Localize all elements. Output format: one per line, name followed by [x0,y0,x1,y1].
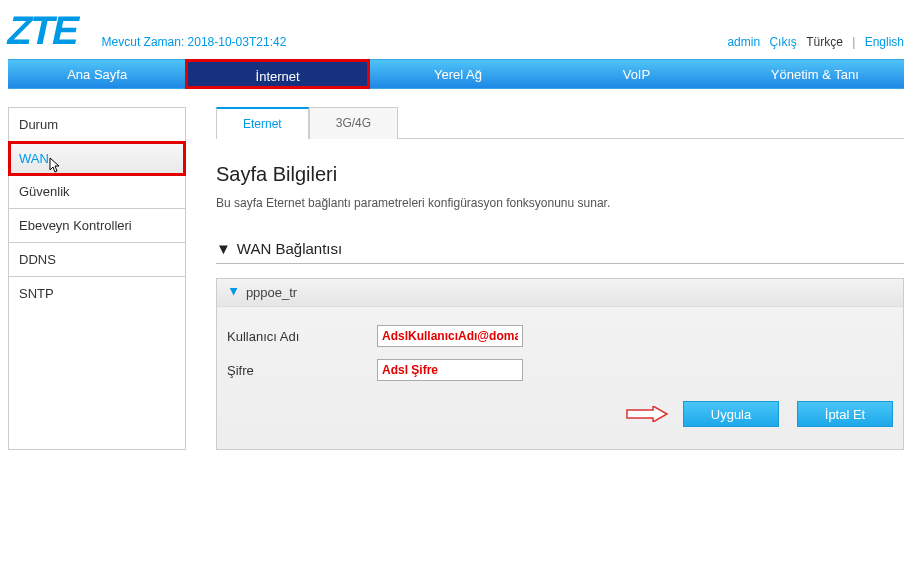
expand-icon: ▲ [227,285,240,300]
collapse-icon: ▼ [216,240,231,257]
connection-name: pppoe_tr [246,285,297,300]
cursor-icon [49,157,63,176]
logout-link[interactable]: Çıkış [769,35,796,49]
connection-header[interactable]: ▲pppoe_tr [217,279,903,307]
arrow-icon [625,406,669,422]
lang-en[interactable]: English [865,35,904,49]
nav-internet[interactable]: İnternet [185,59,369,89]
label-username: Kullanıcı Adı [227,329,377,344]
nav-home[interactable]: Ana Sayfa [8,60,186,88]
brand-logo: ZTE [8,8,78,53]
sidebar-item-sntp[interactable]: SNTP [9,277,185,310]
panel-body: Kullanıcı Adı Şifre Uygula İptal Et [217,307,903,449]
lang-tr[interactable]: Türkçe [806,35,843,49]
current-time: Mevcut Zaman: 2018-10-03T21:42 [102,35,722,49]
user-links: admin Çıkış Türkçe | English [721,35,904,49]
section-header[interactable]: ▼WAN Bağlantısı [216,234,904,264]
label-password: Şifre [227,363,377,378]
sidebar-item-label: WAN [19,151,49,166]
sidebar-item-parental[interactable]: Ebeveyn Kontrolleri [9,209,185,243]
apply-button[interactable]: Uygula [683,401,779,427]
lang-sep: | [852,35,855,49]
button-row: Uygula İptal Et [227,401,893,427]
tab-ethernet[interactable]: Eternet [216,107,309,139]
user-link[interactable]: admin [727,35,760,49]
sidebar: Durum WAN Güvenlik Ebeveyn Kontrolleri D… [8,107,186,450]
sidebar-item-security[interactable]: Güvenlik [9,175,185,209]
nav-lan[interactable]: Yerel Ağ [369,60,547,88]
main-nav: Ana Sayfa İnternet Yerel Ağ VoIP Yönetim… [8,59,904,89]
header-bar: ZTE Mevcut Zaman: 2018-10-03T21:42 admin… [8,0,904,59]
cancel-button[interactable]: İptal Et [797,401,893,427]
input-username[interactable] [377,325,523,347]
sidebar-item-wan[interactable]: WAN [8,141,186,176]
tab-3g4g[interactable]: 3G/4G [309,107,398,139]
nav-mgmt[interactable]: Yönetim & Tanı [726,60,904,88]
row-password: Şifre [227,359,893,381]
tabs: Eternet 3G/4G [216,107,904,139]
content: Eternet 3G/4G Sayfa Bilgileri Bu sayfa E… [216,107,904,450]
input-password[interactable] [377,359,523,381]
sidebar-item-ddns[interactable]: DDNS [9,243,185,277]
section-title: WAN Bağlantısı [237,240,342,257]
page-title: Sayfa Bilgileri [216,163,904,186]
connection-panel: ▲pppoe_tr Kullanıcı Adı Şifre [216,278,904,450]
nav-voip[interactable]: VoIP [547,60,725,88]
row-username: Kullanıcı Adı [227,325,893,347]
sidebar-item-status[interactable]: Durum [9,108,185,142]
page-desc: Bu sayfa Eternet bağlantı parametreleri … [216,196,904,210]
